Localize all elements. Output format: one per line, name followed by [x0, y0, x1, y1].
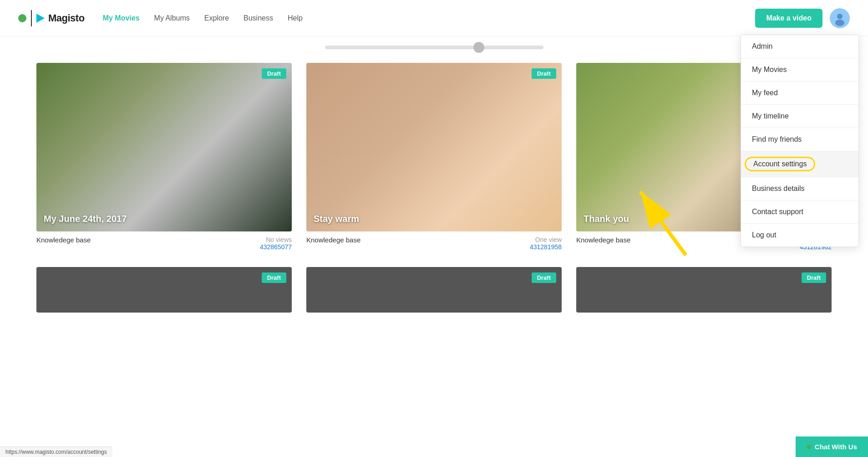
movie-name-1: Knowledege base [306, 236, 360, 244]
draft-badge-3: Draft [262, 272, 286, 283]
header: Magisto My Movies My Albums Explore Busi… [0, 0, 868, 36]
movie-card-3[interactable]: Draft [36, 267, 292, 313]
timeline-slider-thumb[interactable] [473, 42, 484, 53]
movie-info-1: Knowledege base One view 431281958 [306, 231, 562, 252]
dropdown-item-log-out[interactable]: Log out [741, 224, 858, 246]
movie-title-overlay-1: Stay warm [314, 214, 359, 224]
header-right: Make a video [755, 8, 850, 28]
make-video-button[interactable]: Make a video [755, 9, 822, 28]
svg-point-1 [837, 14, 843, 19]
draft-badge-5: Draft [802, 272, 826, 283]
movie-id-0[interactable]: 432865077 [260, 243, 292, 251]
movie-title-overlay-0: My June 24th, 2017 [44, 214, 127, 224]
movie-title-overlay-2: Thank you [584, 214, 629, 224]
draft-badge-4: Draft [532, 272, 556, 283]
movie-name-2: Knowledege base [576, 236, 630, 244]
timeline-slider-track [325, 46, 543, 49]
movie-stats-1: One view 431281958 [530, 236, 562, 251]
logo-dot-icon [18, 14, 26, 22]
movie-card-5[interactable]: Draft [576, 267, 832, 313]
dropdown-item-my-feed[interactable]: My feed [741, 82, 858, 105]
movie-grid-row1: Draft My June 24th, 2017 Knowledege base… [36, 63, 832, 252]
movie-thumbnail-0: Draft My June 24th, 2017 [36, 63, 292, 231]
nav-explore[interactable]: Explore [204, 14, 229, 22]
logo-area: Magisto [18, 10, 85, 26]
movie-name-0: Knowledege base [36, 236, 91, 244]
logo-divider [31, 10, 32, 26]
movie-thumbnail-1: Draft Stay warm [306, 63, 562, 231]
draft-badge-0: Draft [262, 68, 286, 79]
nav-business[interactable]: Business [244, 14, 273, 22]
movie-grid-row2: Draft Draft Draft [36, 267, 832, 313]
movie-views-1: One view [530, 236, 562, 243]
movie-card-0[interactable]: Draft My June 24th, 2017 Knowledege base… [36, 63, 292, 252]
draft-badge-1: Draft [532, 68, 556, 79]
dropdown-item-my-movies[interactable]: My Movies [741, 58, 858, 82]
dropdown-item-business-details[interactable]: Business details [741, 177, 858, 200]
nav-my-movies[interactable]: My Movies [103, 14, 140, 22]
movie-thumbnail-5: Draft [576, 267, 832, 313]
dropdown-item-admin[interactable]: Admin [741, 35, 858, 58]
nav-help[interactable]: Help [288, 14, 303, 22]
logo-text: Magisto [48, 12, 85, 24]
movie-thumbnail-4: Draft [306, 267, 562, 313]
dropdown-item-account-settings[interactable]: Account settings [741, 151, 858, 177]
dropdown-item-contact-support[interactable]: Contact support [741, 200, 858, 224]
svg-point-2 [835, 20, 844, 26]
movie-id-1[interactable]: 431281958 [530, 243, 562, 251]
main-content: Draft My June 24th, 2017 Knowledege base… [0, 54, 868, 331]
dropdown-item-find-friends[interactable]: Find my friends [741, 128, 858, 151]
movie-card-1[interactable]: Draft Stay warm Knowledege base One view… [306, 63, 562, 252]
user-avatar[interactable] [830, 8, 850, 28]
logo-play-icon [36, 14, 45, 23]
movie-info-0: Knowledege base No views 432865077 [36, 231, 292, 252]
logo-icon [18, 10, 45, 26]
movie-thumb-inner-0 [36, 63, 292, 231]
movie-views-0: No views [260, 236, 292, 243]
dropdown-item-my-timeline[interactable]: My timeline [741, 105, 858, 128]
movie-thumbnail-3: Draft [36, 267, 292, 313]
movie-thumb-inner-1 [306, 63, 562, 231]
user-dropdown-menu: Admin My Movies My feed My timeline Find… [741, 35, 859, 247]
slider-area [0, 36, 868, 54]
movie-stats-0: No views 432865077 [260, 236, 292, 251]
nav-my-albums[interactable]: My Albums [154, 14, 190, 22]
main-nav: My Movies My Albums Explore Business Hel… [103, 14, 756, 22]
movie-card-4[interactable]: Draft [306, 267, 562, 313]
